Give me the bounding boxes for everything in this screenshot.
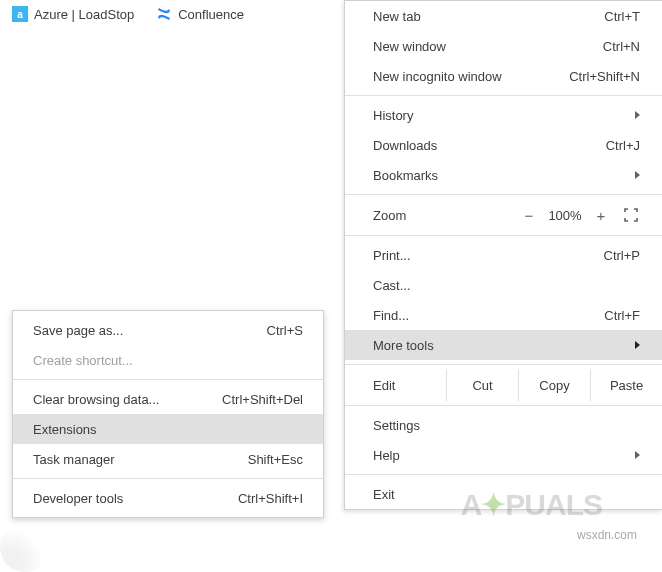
more-tools-submenu: Save page as... Ctrl+S Create shortcut..… bbox=[12, 310, 324, 518]
submenu-create-shortcut: Create shortcut... bbox=[13, 345, 323, 375]
menu-edit-row: Edit Cut Copy Paste bbox=[345, 369, 662, 401]
bookmark-azure-loadstop[interactable]: a Azure | LoadStop bbox=[12, 6, 134, 22]
submenu-developer-tools[interactable]: Developer tools Ctrl+Shift+I bbox=[13, 483, 323, 513]
menu-bookmarks[interactable]: Bookmarks bbox=[345, 160, 662, 190]
menu-more-tools[interactable]: More tools bbox=[345, 330, 662, 360]
menu-downloads[interactable]: Downloads Ctrl+J bbox=[345, 130, 662, 160]
menu-history[interactable]: History bbox=[345, 100, 662, 130]
menu-help[interactable]: Help bbox=[345, 440, 662, 470]
submenu-extensions[interactable]: Extensions bbox=[13, 414, 323, 444]
menu-cast[interactable]: Cast... bbox=[345, 270, 662, 300]
chevron-right-icon bbox=[635, 171, 640, 179]
submenu-task-manager[interactable]: Task manager Shift+Esc bbox=[13, 444, 323, 474]
menu-new-window[interactable]: New window Ctrl+N bbox=[345, 31, 662, 61]
menu-separator bbox=[345, 405, 662, 406]
chevron-right-icon bbox=[635, 451, 640, 459]
menu-find[interactable]: Find... Ctrl+F bbox=[345, 300, 662, 330]
menu-separator bbox=[345, 95, 662, 96]
menu-separator bbox=[345, 194, 662, 195]
zoom-label: Zoom bbox=[373, 208, 514, 223]
menu-separator bbox=[13, 478, 323, 479]
azure-icon: a bbox=[12, 6, 28, 22]
confluence-icon bbox=[156, 6, 172, 22]
fullscreen-icon[interactable] bbox=[616, 201, 646, 229]
zoom-in-button[interactable]: + bbox=[586, 201, 616, 229]
svg-text:a: a bbox=[17, 9, 23, 20]
menu-separator bbox=[345, 235, 662, 236]
submenu-clear-browsing-data[interactable]: Clear browsing data... Ctrl+Shift+Del bbox=[13, 384, 323, 414]
chevron-right-icon bbox=[635, 111, 640, 119]
menu-separator bbox=[345, 364, 662, 365]
zoom-controls: − 100% + bbox=[514, 201, 646, 229]
menu-exit[interactable]: Exit bbox=[345, 479, 662, 509]
submenu-save-page-as[interactable]: Save page as... Ctrl+S bbox=[13, 315, 323, 345]
menu-new-tab[interactable]: New tab Ctrl+T bbox=[345, 1, 662, 31]
menu-new-incognito[interactable]: New incognito window Ctrl+Shift+N bbox=[345, 61, 662, 91]
edit-copy-button[interactable]: Copy bbox=[518, 369, 590, 401]
chevron-right-icon bbox=[635, 341, 640, 349]
edit-label: Edit bbox=[373, 369, 446, 401]
bookmark-label: Azure | LoadStop bbox=[34, 7, 134, 22]
bookmark-label: Confluence bbox=[178, 7, 244, 22]
menu-separator bbox=[13, 379, 323, 380]
edit-cut-button[interactable]: Cut bbox=[446, 369, 518, 401]
menu-settings[interactable]: Settings bbox=[345, 410, 662, 440]
bookmarks-bar: a Azure | LoadStop Confluence bbox=[0, 0, 244, 28]
edit-paste-button[interactable]: Paste bbox=[590, 369, 662, 401]
watermark-domain: wsxdn.com bbox=[577, 528, 637, 542]
decorative-gradient bbox=[0, 522, 50, 572]
menu-zoom-row: Zoom − 100% + bbox=[345, 199, 662, 231]
menu-print[interactable]: Print... Ctrl+P bbox=[345, 240, 662, 270]
zoom-out-button[interactable]: − bbox=[514, 201, 544, 229]
chrome-main-menu: New tab Ctrl+T New window Ctrl+N New inc… bbox=[344, 0, 662, 510]
menu-separator bbox=[345, 474, 662, 475]
bookmark-confluence[interactable]: Confluence bbox=[156, 6, 244, 22]
zoom-level: 100% bbox=[544, 208, 586, 223]
